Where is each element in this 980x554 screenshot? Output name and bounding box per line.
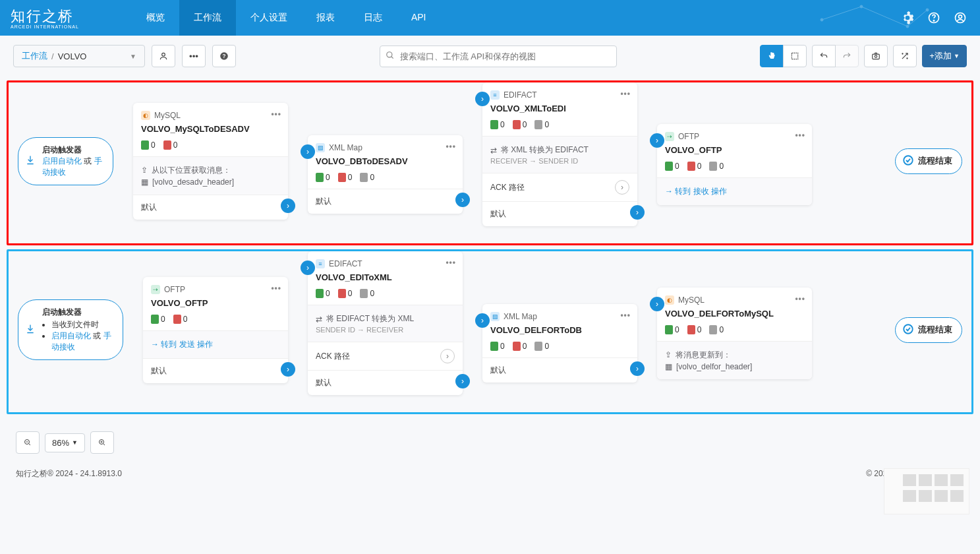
svg-line-27: [103, 444, 105, 446]
canvas: 启动触发器 启用自动化 或 手动接收 ••• ◐MySQL VOLVO_MySQ…: [0, 80, 980, 425]
svg-point-18: [875, 55, 878, 58]
input-port[interactable]: ›: [650, 133, 664, 148]
svg-rect-16: [792, 53, 798, 59]
node-mysql-delfor[interactable]: › ••• ◐MySQL VOLVO_DELFORToMySQL 0 0 0 ⇪…: [657, 288, 812, 379]
svg-point-10: [959, 15, 962, 18]
success-icon: [141, 140, 149, 150]
footer: 知行之桥® 2024 - 24.1.8913.0 © 2024 知行软件 - 版…: [0, 460, 980, 487]
transform-icon: ⇄: [316, 315, 322, 324]
zoom-select[interactable]: 86%▼: [45, 433, 85, 452]
source-icon: ⇪: [141, 166, 148, 175]
flow-box-1: 启动触发器 启用自动化 或 手动接收 ••• ◐MySQL VOLVO_MySQ…: [7, 80, 973, 245]
nav-api[interactable]: API: [397, 0, 441, 36]
oftp-icon: ⇢: [151, 285, 160, 294]
output-port[interactable]: ›: [281, 199, 295, 213]
output-port[interactable]: ›: [281, 362, 295, 377]
gear-icon[interactable]: [901, 11, 914, 24]
xmlmap-icon: ▧: [490, 312, 500, 321]
check-icon: [902, 154, 914, 168]
nav-overview[interactable]: 概览: [132, 0, 179, 36]
flow-end-2: 流程结束: [895, 317, 962, 343]
chevron-down-icon[interactable]: ▼: [130, 53, 136, 60]
help-icon[interactable]: [927, 11, 940, 24]
add-button[interactable]: +添加▼: [922, 45, 967, 67]
input-port[interactable]: ›: [475, 313, 490, 328]
node-menu-icon[interactable]: •••: [446, 258, 456, 267]
svg-line-24: [29, 444, 31, 446]
input-port[interactable]: ›: [301, 261, 315, 275]
user-icon[interactable]: [954, 11, 967, 24]
node-oftp-send[interactable]: › ••• ⇢OFTP VOLVO_OFTP 0 0 0 → 转到 接收 操作: [657, 124, 812, 205]
flow-end-1: 流程结束: [895, 148, 962, 174]
select-tool-button[interactable]: [783, 45, 807, 67]
node-menu-icon[interactable]: •••: [795, 131, 805, 140]
zoom-out-button[interactable]: [16, 431, 40, 454]
node-menu-icon[interactable]: •••: [271, 284, 281, 293]
toolbar: 工作流 / VOLVO ▼ ••• ? +添加▼: [0, 36, 980, 77]
ack-port[interactable]: ›: [440, 349, 455, 363]
input-port[interactable]: ›: [301, 144, 315, 159]
svg-point-1: [860, 5, 863, 8]
svg-line-4: [822, 7, 861, 20]
node-menu-icon[interactable]: •••: [271, 109, 281, 119]
svg-line-15: [391, 56, 393, 58]
node-xmlmap-desadv[interactable]: › ••• ▧XML Map VOLVO_DBToDESADV 0 0 0 默认…: [308, 135, 463, 214]
input-port[interactable]: ›: [475, 92, 490, 106]
ack-port[interactable]: ›: [615, 180, 629, 195]
svg-point-8: [933, 20, 934, 21]
nav-personal[interactable]: 个人设置: [236, 0, 302, 36]
output-port[interactable]: ›: [630, 205, 645, 220]
download-icon: [25, 155, 36, 168]
node-menu-icon[interactable]: •••: [795, 294, 805, 303]
toolbar-right: +添加▼: [760, 45, 967, 67]
oftp-icon: ⇢: [665, 132, 674, 141]
error-icon: [163, 140, 171, 150]
redo-button[interactable]: [835, 45, 859, 67]
edifact-icon: ≡: [316, 259, 325, 268]
info-button[interactable]: ?: [212, 45, 236, 67]
nav-reports[interactable]: 报表: [302, 0, 349, 36]
node-edifact-editoxml[interactable]: › ••• ≡EDIFACT VOLVO_EDIToXML 0 0 0 ⇄将 E…: [308, 251, 463, 395]
svg-text:?: ?: [223, 53, 226, 59]
svg-point-0: [821, 18, 823, 21]
flow-box-2: 启动触发器 当收到文件时 启用自动化 或 手动接收 ••• ⇢OFTP VOLV…: [7, 249, 973, 414]
trigger-2[interactable]: 启动触发器 当收到文件时 启用自动化 或 手动接收: [18, 299, 123, 360]
trigger-1[interactable]: 启动触发器 启用自动化 或 手动接收: [18, 137, 113, 185]
node-menu-icon[interactable]: •••: [620, 89, 631, 98]
nav-logs[interactable]: 日志: [349, 0, 397, 36]
node-mysql-desadv[interactable]: ••• ◐MySQL VOLVO_MySQLToDESADV 0 0 ⇪从以下位…: [133, 103, 288, 220]
table-icon: ▦: [665, 362, 672, 371]
node-edifact-xmltoedi[interactable]: › ••• ≡EDIFACT VOLVO_XMLToEDI 0 0 0 ⇄将 X…: [482, 82, 637, 226]
svg-point-14: [386, 51, 391, 57]
svg-point-11: [162, 53, 165, 56]
table-icon: ▦: [141, 177, 148, 187]
nav-workflow[interactable]: 工作流: [179, 0, 236, 36]
breadcrumb[interactable]: 工作流 / VOLVO ▼: [13, 45, 145, 67]
check-icon: [902, 323, 914, 337]
node-oftp-recv[interactable]: ••• ⇢OFTP VOLVO_OFTP 0 0 → 转到 发送 操作 默认 ›: [143, 277, 288, 383]
node-menu-icon[interactable]: •••: [620, 311, 631, 320]
logo: 知行之桥 ARCEDI INTERNATIONAL: [11, 7, 79, 29]
more-button[interactable]: •••: [182, 45, 206, 67]
output-port[interactable]: ›: [455, 374, 470, 388]
output-port[interactable]: ›: [630, 361, 645, 376]
top-header: 知行之桥 ARCEDI INTERNATIONAL 概览 工作流 个人设置 报表…: [0, 0, 980, 36]
output-port[interactable]: ›: [455, 193, 470, 207]
magic-button[interactable]: [893, 45, 917, 67]
node-menu-icon[interactable]: •••: [446, 142, 456, 151]
undo-button[interactable]: [812, 45, 836, 67]
node-xmlmap-delfor[interactable]: › ••• ▧XML Map VOLVO_DELFORToDB 0 0 0 默认…: [482, 304, 637, 383]
svg-point-2: [906, 25, 909, 28]
svg-point-19: [902, 53, 903, 54]
input-port[interactable]: ›: [650, 297, 664, 311]
transform-icon: ⇄: [490, 146, 497, 155]
minimap[interactable]: [884, 468, 969, 487]
search-input[interactable]: [380, 46, 617, 67]
snapshot-button[interactable]: [864, 45, 888, 67]
zoom-in-button[interactable]: [90, 431, 114, 454]
user-button[interactable]: [152, 45, 175, 67]
breadcrumb-root[interactable]: 工作流: [22, 50, 47, 62]
hand-tool-button[interactable]: [760, 45, 784, 67]
mysql-icon: ◐: [141, 111, 150, 120]
breadcrumb-current: VOLVO: [58, 51, 87, 61]
